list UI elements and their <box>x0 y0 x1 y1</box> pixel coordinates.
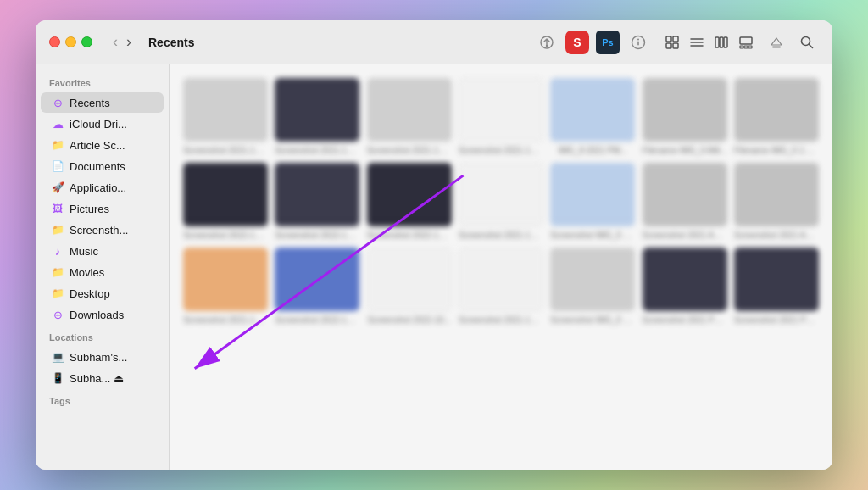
file-name: Filename IMG_0 AM... <box>643 145 726 156</box>
file-name: Screenshot 2021 PM... <box>643 315 727 326</box>
article-icon: 📁 <box>51 138 64 152</box>
info-button[interactable] <box>626 31 650 54</box>
view-icons <box>660 31 758 54</box>
sidebar-item-music[interactable]: ♪ Music <box>41 241 164 261</box>
sidebar-item-subhams1[interactable]: 💻 Subham's... <box>41 347 164 367</box>
svg-rect-12 <box>715 37 719 47</box>
file-thumbnail <box>275 248 359 311</box>
music-icon: ♪ <box>51 244 64 258</box>
back-button[interactable]: ‹ <box>109 31 121 53</box>
gallery-view-button[interactable] <box>734 31 758 54</box>
file-item[interactable]: Screenshot 2022-10PM... <box>183 163 268 241</box>
sidebar-item-applications[interactable]: 🚀 Applicatio... <box>41 177 164 198</box>
forward-button[interactable]: › <box>123 31 135 53</box>
svg-rect-8 <box>673 43 678 48</box>
svg-rect-7 <box>666 43 671 48</box>
sidebar-item-article[interactable]: 📁 Article Sc... <box>41 135 164 155</box>
file-item[interactable]: Screenshot 2021-10PM... <box>459 248 543 326</box>
pictures-icon: 🖼 <box>51 202 64 215</box>
file-item[interactable]: Screenshot 2021 AM... <box>642 163 726 241</box>
file-item[interactable]: Screenshot 2022-10PM... <box>275 248 359 326</box>
eject-button[interactable] <box>765 31 788 54</box>
file-thumbnail <box>550 78 635 142</box>
window-title: Recents <box>148 36 194 49</box>
svg-rect-16 <box>740 46 743 48</box>
file-item[interactable]: Screenshot 2021-10RB... <box>183 78 268 156</box>
file-name: Screenshot 2021-10RB... <box>183 145 268 156</box>
file-thumbnail <box>643 248 727 311</box>
svg-rect-15 <box>740 37 752 44</box>
file-name: Screenshot 2022-10PM... <box>275 315 359 326</box>
sidebar-item-desktop[interactable]: 📁 Desktop <box>41 283 164 303</box>
file-item[interactable]: IMG_8 2021 PM... <box>550 78 635 156</box>
file-name: Screenshot IMG_0 AM <box>550 230 635 241</box>
sidebar-item-subhams2[interactable]: 📱 Subha... ⏏ <box>41 368 164 388</box>
maximize-button[interactable] <box>81 36 92 47</box>
file-item[interactable]: Screenshot 2021-10RB... <box>367 78 452 156</box>
sidebar-label-screenshots: Screensth... <box>70 224 128 237</box>
file-item[interactable]: Screenshot 2022-10... <box>367 248 452 326</box>
file-item[interactable]: Screenshot 2022-10AM... <box>367 163 452 241</box>
file-item[interactable]: Screenshot 2021 AM... <box>734 163 819 241</box>
svg-point-3 <box>637 38 639 40</box>
file-item[interactable]: Screenshot IMG_0 AM <box>550 163 635 241</box>
downloads-icon: ⊕ <box>51 308 64 321</box>
airdrop-button[interactable] <box>535 31 559 54</box>
file-name: Filename IMG_0 1:50 AM <box>734 145 819 156</box>
file-item[interactable]: Filename IMG_0 AM... <box>642 78 726 156</box>
file-name: Screenshot 2022-10... <box>368 315 451 326</box>
file-thumbnail <box>459 163 543 226</box>
file-item[interactable]: Screenshot 2021 PM... <box>642 248 726 326</box>
file-item[interactable]: Screenshot 2021-10PM... <box>459 78 543 156</box>
sidebar-item-recents[interactable]: ⊕ Recents <box>41 92 164 113</box>
file-thumbnail <box>275 163 359 226</box>
sidebar-label-recents: Recents <box>70 97 110 109</box>
column-view-button[interactable] <box>709 31 733 54</box>
file-thumbnail <box>643 78 727 142</box>
file-item[interactable]: Screenshot 2022-10PM... <box>275 163 359 241</box>
grid-view-button[interactable] <box>660 31 684 54</box>
sidebar-label-applications: Applicatio... <box>70 181 126 194</box>
list-view-button[interactable] <box>685 31 709 54</box>
sidebar-label-icloud: iCloud Dri... <box>70 118 127 131</box>
app-s-icon[interactable]: S <box>565 31 589 54</box>
sidebar-label-documents: Documents <box>70 160 125 173</box>
sidebar-item-documents[interactable]: 📄 Documents <box>41 156 164 176</box>
sidebar-item-icloud[interactable]: ☁ iCloud Dri... <box>41 114 164 134</box>
screenshots-icon: 📁 <box>51 223 64 237</box>
svg-rect-6 <box>673 36 678 42</box>
minimize-button[interactable] <box>65 36 76 47</box>
subhams2-icon: 📱 <box>51 371 64 385</box>
file-grid: Screenshot 2021-10RB... Screenshot 2021-… <box>183 78 819 326</box>
sidebar-item-pictures[interactable]: 🖼 Pictures <box>41 198 164 219</box>
file-item[interactable]: Screenshot 2021 PM... <box>734 248 819 326</box>
file-name: IMG_8 2021 PM... <box>559 145 627 156</box>
file-item[interactable]: Screenshot 2021-10RB... <box>275 78 359 156</box>
search-button[interactable] <box>795 31 819 54</box>
sidebar-label-subhams1: Subham's... <box>70 351 127 364</box>
file-name: Screenshot 2022-10AM... <box>367 230 452 241</box>
sidebar-item-movies[interactable]: 📁 Movies <box>41 262 164 282</box>
recents-icon: ⊕ <box>51 96 64 109</box>
sidebar-item-downloads[interactable]: ⊕ Downloads <box>41 304 164 325</box>
file-thumbnail <box>550 163 635 226</box>
file-thumbnail <box>459 248 543 311</box>
app-ps-icon[interactable]: Ps <box>596 31 620 54</box>
file-thumbnail <box>183 78 268 142</box>
traffic-lights <box>49 36 92 47</box>
file-item[interactable]: Screenshot 2021-10PM... <box>459 163 543 241</box>
file-thumbnail <box>275 78 359 142</box>
svg-rect-20 <box>772 46 781 47</box>
sidebar-item-screenshots[interactable]: 📁 Screensth... <box>41 220 164 240</box>
close-button[interactable] <box>49 36 60 47</box>
file-item[interactable]: Filename IMG_0 1:50 AM <box>734 78 819 156</box>
file-thumbnail <box>734 78 819 142</box>
file-item[interactable]: Screenshot IMG_0 PM... <box>550 248 635 326</box>
file-name: Screenshot 2021 PM... <box>734 315 819 326</box>
movies-icon: 📁 <box>51 265 64 279</box>
sidebar-label-subhams2: Subha... ⏏ <box>70 372 124 385</box>
titlebar: ‹ › Recents S Ps <box>36 20 832 64</box>
file-item[interactable]: Screenshot 2021-10PM... <box>183 248 268 326</box>
file-name: Screenshot 2021-10PM... <box>459 315 543 326</box>
locations-label: Locations <box>36 326 169 346</box>
